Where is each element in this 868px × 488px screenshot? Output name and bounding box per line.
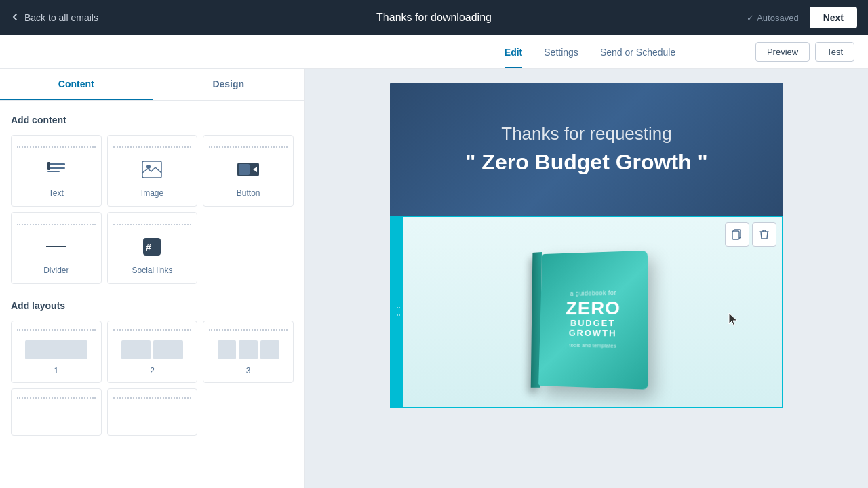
book-title-budget: BUDGET GROWTH (547, 317, 642, 338)
autosaved-indicator: ✓ Autosaved (747, 13, 798, 23)
delete-block-button[interactable] (752, 222, 776, 247)
add-layouts-title: Add layouts (11, 300, 294, 311)
layout-1col-preview (17, 339, 96, 361)
back-label: Back to all emails (24, 12, 98, 23)
email-wrapper: Thanks for requesting " Zero Budget Grow… (390, 83, 783, 408)
page-title: Thanks for downloading (376, 12, 492, 24)
sidebar-tab-content[interactable]: Content (0, 69, 153, 100)
book-graphic: a guidebook for ZERO BUDGET GROWTH tools… (518, 230, 667, 393)
svg-rect-2 (47, 171, 60, 172)
main-layout: Content Design Add content (0, 69, 868, 488)
check-icon: ✓ (747, 13, 754, 23)
secondary-nav-buttons: Preview Test (755, 42, 854, 62)
autosaved-label: Autosaved (757, 13, 798, 23)
text-icon (43, 156, 70, 183)
layout-1col[interactable]: 1 (11, 321, 102, 383)
book-tools: tools and templates (569, 342, 616, 348)
block-divider-label: Divider (43, 266, 68, 275)
image-icon (138, 156, 165, 183)
layout-2col-preview (113, 339, 192, 361)
block-image[interactable]: Image (107, 135, 198, 207)
email-header-block[interactable]: Thanks for requesting " Zero Budget Grow… (390, 83, 783, 216)
svg-point-5 (146, 165, 151, 169)
layout-extra-1[interactable] (11, 388, 102, 436)
email-image-block[interactable]: ⋮⋮ a guidebook for ZERO BUDGET GROWTH (390, 216, 783, 408)
email-header-line1: Thanks for requesting (417, 123, 756, 144)
button-icon (235, 156, 262, 183)
block-image-label: Image (141, 188, 163, 198)
block-social-links[interactable]: # Social links (107, 212, 198, 284)
block-social-label: Social links (132, 266, 172, 275)
test-button[interactable]: Test (815, 42, 854, 62)
book-text-overlay: a guidebook for ZERO BUDGET GROWTH tools… (538, 251, 648, 390)
duplicate-block-button[interactable] (725, 222, 749, 247)
drag-handle: ⋮⋮ (394, 304, 401, 319)
book-body: a guidebook for ZERO BUDGET GROWTH tools… (538, 251, 648, 390)
tab-edit[interactable]: Edit (505, 37, 522, 68)
book-subtitle: a guidebook for (570, 289, 616, 297)
layout-1col-label: 1 (54, 366, 58, 375)
block-button[interactable]: Button (203, 135, 294, 207)
email-image-inner: ⋮⋮ a guidebook for ZERO BUDGET GROWTH (391, 217, 782, 407)
divider-icon (43, 233, 70, 260)
svg-rect-7 (239, 164, 250, 175)
block-actions (725, 222, 776, 247)
layout-3col-preview (209, 339, 288, 361)
tab-bar: Edit Settings Send or Schedule (505, 36, 675, 68)
layout-extra-2[interactable] (107, 388, 198, 436)
layout-extra-2-preview (113, 407, 192, 428)
chevron-left-icon (11, 12, 19, 23)
svg-rect-3 (47, 162, 50, 170)
layout-extra-1-preview (17, 407, 96, 428)
top-nav: Back to all emails Thanks for downloadin… (0, 0, 868, 35)
social-icon: # (138, 233, 165, 260)
layout-3col-label: 3 (246, 366, 251, 375)
sidebar-tab-design[interactable]: Design (153, 69, 305, 100)
block-text[interactable]: Text (11, 135, 102, 207)
book-title-zero: ZERO (566, 298, 620, 317)
svg-rect-4 (142, 161, 161, 178)
next-button[interactable]: Next (810, 7, 857, 28)
teal-sidebar-bar: ⋮⋮ (391, 217, 403, 407)
sidebar-content: Add content Text (0, 101, 304, 449)
sidebar-tab-bar: Content Design (0, 69, 304, 101)
canvas-area: Thanks for requesting " Zero Budget Grow… (305, 69, 868, 488)
svg-rect-12 (732, 231, 739, 239)
secondary-nav: Edit Settings Send or Schedule Preview T… (0, 35, 868, 69)
content-blocks-grid: Text Image (11, 135, 294, 284)
email-header-line2: " Zero Budget Growth " (417, 150, 756, 175)
top-nav-right: ✓ Autosaved Next (747, 7, 857, 28)
block-button-label: Button (237, 188, 260, 198)
tab-settings[interactable]: Settings (544, 37, 578, 68)
layouts-grid: 1 2 (11, 321, 294, 436)
block-divider[interactable]: Divider (11, 212, 102, 284)
add-content-title: Add content (11, 115, 294, 125)
cursor-icon (726, 312, 741, 332)
layout-3col[interactable]: 3 (203, 321, 294, 383)
preview-button[interactable]: Preview (755, 42, 810, 62)
tab-send-schedule[interactable]: Send or Schedule (600, 37, 675, 68)
layout-2col[interactable]: 2 (107, 321, 198, 383)
block-text-label: Text (49, 188, 64, 198)
svg-text:#: # (146, 242, 151, 253)
back-button[interactable]: Back to all emails (11, 12, 98, 23)
layout-2col-label: 2 (150, 366, 155, 375)
sidebar: Content Design Add content (0, 69, 305, 488)
